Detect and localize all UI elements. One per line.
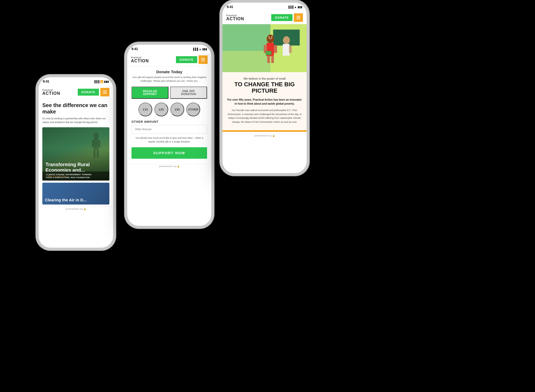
status-time-center: 9:41: [131, 47, 138, 51]
donate-subtitle: Your gift will support people around the…: [131, 76, 207, 83]
other-amount-label: OTHER AMOUNT: [131, 120, 207, 123]
wifi-icon-r: ▲: [294, 6, 297, 9]
wifi-icon-c: ▲: [199, 48, 201, 51]
donation-tabs: REGULARSUPPORT ONE OFFDONATION: [131, 87, 207, 99]
svg-rect-4: [93, 149, 96, 158]
phone3-body-bold: For over fifty years, Practical Action h…: [227, 98, 302, 106]
signal-icon: ▐▐▐: [94, 80, 99, 83]
menu-line-r2: [297, 17, 300, 18]
phone1-image-card[interactable]: Transforming Rural Economies and... ≡ Re…: [42, 127, 109, 181]
menu-button-center[interactable]: [199, 55, 208, 64]
signal-icon-r: ▐▐▐: [288, 6, 293, 9]
phone3-body: Our founder was radical economist and ph…: [227, 108, 302, 124]
amount-other[interactable]: OTHER: [186, 103, 200, 116]
other-amount-input[interactable]: [131, 125, 207, 134]
yellow-accent-bar: [223, 130, 307, 132]
svg-point-22: [271, 36, 272, 38]
svg-rect-18: [289, 46, 292, 53]
logo-right: Practical ACTION: [226, 14, 244, 21]
app-header-center: Practical ACTION DONATE: [127, 53, 211, 66]
battery-icon-c: ▮▮▮: [202, 48, 207, 51]
tab-one-off[interactable]: ONE OFFDONATION: [170, 87, 207, 99]
menu-line-c1: [201, 58, 205, 59]
bottom-card[interactable]: Clearing the Air in D...: [42, 183, 109, 205]
menu-line-r1: [297, 16, 300, 17]
logo-action-left: ACTION: [42, 91, 60, 96]
header-right-right: DONATE: [271, 13, 303, 22]
url-bar-right: practicalaction.org 🔒: [223, 133, 307, 138]
status-icons-center: ▐▐▐ ▲ ▮▮▮: [192, 48, 207, 51]
tag-food[interactable]: FOOD & AGRICULTURE: [46, 177, 69, 178]
status-bar-right: 9:41 ▐▐▐ ▲ ▮▮▮: [223, 3, 307, 11]
donate-button-center[interactable]: DONATE: [176, 56, 197, 63]
svg-point-21: [269, 36, 270, 38]
phone-right: 9:41 ▐▐▐ ▲ ▮▮▮ Practical ACTION DONATE: [223, 3, 307, 173]
donate-content: Donate Today Your gift will support peop…: [127, 66, 211, 164]
donation-explain: You decide how much you'd like to give a…: [131, 136, 207, 144]
svg-rect-13: [274, 45, 277, 53]
menu-line-1: [103, 91, 107, 91]
status-time-left: 9:41: [43, 80, 49, 83]
svg-rect-2: [92, 140, 94, 148]
tag-env[interactable]: ENVIRONMENT: [66, 174, 81, 175]
svg-rect-17: [283, 44, 290, 56]
status-icons-right: ▐▐▐ ▲ ▮▮▮: [288, 6, 302, 9]
logo-left: Practical ACTION: [42, 89, 60, 96]
support-now-button[interactable]: SUPPORT NOW: [131, 147, 207, 159]
field-figure-icon: [88, 133, 104, 165]
svg-rect-15: [271, 56, 274, 63]
app-header-left: Practical ACTION DONATE: [39, 86, 113, 99]
logo-action-center: ACTION: [131, 59, 149, 63]
bottom-card-title: Clearing the Air in D...: [45, 198, 87, 202]
phone1-content: See the difference we can make It's only…: [39, 99, 113, 181]
amount-buttons: £15 £25 £50 OTHER: [131, 103, 207, 116]
svg-rect-1: [94, 138, 98, 149]
status-bar-left: 9:41 ▐▐▐ 📶 ▮▮▮: [39, 77, 113, 86]
svg-rect-3: [98, 140, 100, 148]
donate-button-left[interactable]: DONATE: [78, 89, 99, 96]
tag-farming[interactable]: FARMING: [82, 174, 92, 175]
phone3-headline: TO CHANGE THE BIG PICTURE: [227, 81, 302, 94]
signal-icon-c: ▐▐▐: [192, 48, 198, 51]
svg-point-0: [93, 133, 99, 139]
phone1-subtext: It's only by working in partnership with…: [42, 117, 109, 124]
battery-icon-r: ▮▮▮: [298, 6, 302, 9]
menu-line-2: [103, 92, 107, 92]
svg-rect-5: [97, 149, 99, 158]
hero-illustration: [223, 24, 307, 72]
menu-button-right[interactable]: [294, 13, 303, 22]
phone3-hero-image: [223, 24, 307, 72]
menu-line-r3: [297, 19, 300, 19]
tag-climate[interactable]: CLIMATE CHANGE: [46, 174, 65, 175]
amount-50[interactable]: £50: [170, 103, 184, 116]
menu-line-c3: [201, 61, 205, 61]
app-header-right: Practical ACTION DONATE: [223, 11, 307, 24]
svg-rect-20: [266, 51, 271, 55]
svg-rect-14: [267, 56, 270, 63]
url-bar-center: practicalaction.org 🔒: [127, 164, 211, 168]
phone-left: 9:41 ▐▐▐ 📶 ▮▮▮ Practical ACTION DONATE: [39, 77, 113, 248]
logo-action-right: ACTION: [226, 17, 244, 21]
tab-regular-support[interactable]: REGULARSUPPORT: [131, 87, 168, 99]
menu-line-3: [103, 93, 107, 94]
menu-button-left[interactable]: [100, 88, 109, 96]
phone1-headline: See the difference we can make: [42, 102, 109, 115]
phone3-text-section: We believe in the power of small TO CHAN…: [223, 72, 307, 130]
amount-25[interactable]: £25: [154, 103, 168, 116]
tags-area: CLIMATE CHANGE ENVIRONMENT FARMING FOOD …: [42, 172, 109, 181]
header-right-center: DONATE: [176, 55, 208, 64]
donate-title: Donate Today: [131, 70, 207, 74]
wifi-icon: 📶: [100, 80, 103, 83]
donate-button-right[interactable]: DONATE: [271, 14, 293, 21]
header-right-left: DONATE: [78, 88, 109, 96]
status-bar-center: 9:41 ▐▐▐ ▲ ▮▮▮: [127, 45, 211, 53]
url-bar-left: practicalaction.org 🔒: [39, 207, 113, 211]
phone-center: 9:41 ▐▐▐ ▲ ▮▮▮ Practical ACTION DONATE: [127, 45, 211, 226]
logo-center: Practical ACTION: [131, 56, 149, 63]
svg-point-16: [283, 36, 290, 44]
tag-ikea[interactable]: IKEA FOUNDATION: [71, 177, 90, 178]
other-amount-section: OTHER AMOUNT: [131, 120, 207, 136]
menu-line-c2: [201, 59, 205, 60]
amount-15[interactable]: £15: [138, 103, 152, 116]
phone3-tagline: We believe in the power of small: [227, 77, 302, 80]
